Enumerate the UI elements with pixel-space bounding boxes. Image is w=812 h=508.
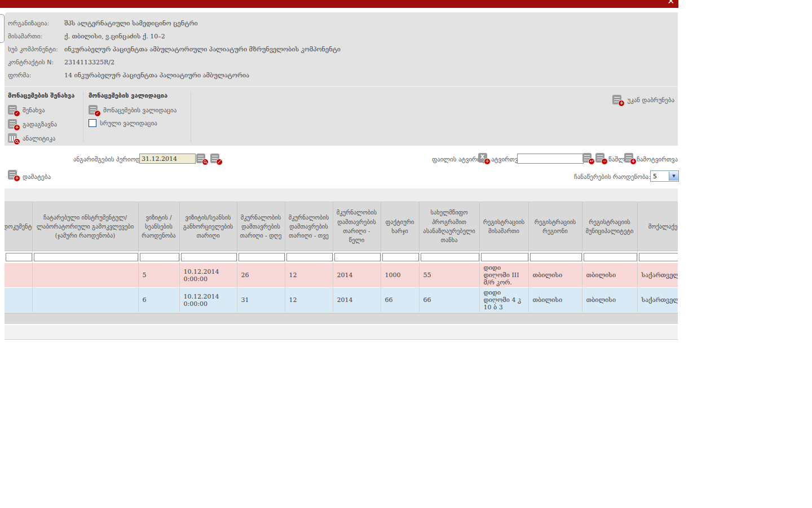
col-header-reg-municipality[interactable]: რეგისტრაციის მუნიციპალიტეტი [582, 202, 637, 251]
cell: 2014 [333, 263, 381, 288]
full-validation-option: სრული ვალიდაცია [89, 119, 189, 127]
table-row[interactable]: 6 10.12.2014 0:00:00 31 12 2014 66 66 დი… [5, 288, 678, 313]
column-filter-input[interactable] [6, 253, 32, 261]
period-search-icon[interactable] [196, 154, 208, 164]
validation-button[interactable]: ✓ მონაცემების ვალიდაცია [89, 105, 189, 115]
save-label: შენახვა [23, 107, 45, 114]
save-icon: ✓ [8, 105, 19, 115]
column-filter-row [5, 251, 678, 264]
col-header-state-amount[interactable]: სახელმწიფო პროგრამით ასანაზღაურებელი თან… [419, 202, 479, 251]
col-header-document-n[interactable]: სამედიცინო დოკუმენტის N [5, 202, 32, 251]
upload-label[interactable]: ატვირთვა [491, 156, 521, 163]
records-count-select[interactable]: 5 ▼ [650, 170, 679, 182]
info-row-contract-n: კონტრაქტის N: 2314113325R/2 [5, 58, 678, 71]
filter-cell [32, 251, 138, 264]
table-row[interactable]: 5 10.12.2014 0:00:00 26 12 2014 1000 55 … [5, 263, 678, 288]
panel-bottom-strip [5, 325, 678, 340]
cell: 6 [138, 288, 179, 313]
send-button[interactable]: + გადაგზავნა [8, 119, 81, 129]
column-filter-input[interactable] [382, 253, 419, 261]
col-header-actual-cost[interactable]: ფაქტიური ხარჯი [381, 202, 419, 251]
analytics-label: ანალიტიკა [23, 135, 55, 142]
info-row-organization: ორგანიზაცია: შპს ალტერნატიული სამედიცინო… [5, 19, 678, 32]
col-header-citizenship[interactable]: მოქალაქეობა [637, 202, 678, 251]
column-filter-input[interactable] [639, 253, 678, 261]
header-row: სამედიცინო დოკუმენტის N ჩატარებული ინსტრ… [5, 202, 678, 251]
excel-upload-icon[interactable]: + [478, 153, 489, 163]
side-panel-handle[interactable] [0, 14, 5, 43]
filter-cell [381, 251, 419, 264]
col-header-examinations[interactable]: ჩატარებული ინსტრუმენტულ/ლაბორატორიული გა… [32, 202, 138, 251]
column-filter-input[interactable] [239, 253, 285, 261]
close-icon[interactable]: ✕ [667, 0, 674, 6]
filter-cell [285, 251, 333, 264]
column-filter-input[interactable] [421, 253, 479, 261]
analytics-button[interactable]: ანალიტიკა [8, 133, 81, 143]
column-filter-input[interactable] [181, 253, 237, 261]
cell: 12 [285, 288, 333, 313]
filter-cell [637, 251, 678, 264]
filter-cell [479, 251, 528, 264]
column-filter-input[interactable] [286, 253, 333, 261]
column-filter-input[interactable] [140, 253, 179, 261]
filter-cell [528, 251, 582, 264]
divider [191, 91, 191, 142]
records-count-value: 5 [651, 173, 669, 180]
info-value: ინკურაბელურ პაციენტთა ამბულატორიული პალი… [64, 45, 341, 58]
back-icon: + [612, 95, 624, 105]
col-header-visit-count[interactable]: ვიზიტის /სეანსების რაოდენობა [138, 202, 179, 251]
validation-group: მონაცემების ვალიდაცია ✓ მონაცემების ვალი… [85, 90, 189, 144]
save-group: მონაცემების შენახვა ✓ შენახვა + გადაგზავ… [8, 90, 81, 144]
back-label: უკან დაბრუნება [627, 97, 674, 104]
divider [83, 91, 83, 142]
filter-cell [333, 251, 381, 264]
period-label: ანგარიშგების პერიოდი [73, 156, 144, 163]
records-count-label: ჩანაწერების რაოდენობა: [574, 173, 651, 181]
filter-cell [419, 251, 479, 264]
info-value: 2314113325R/2 [64, 58, 114, 71]
col-header-reg-address[interactable]: რეგისტრაციის მისამართი [479, 202, 528, 251]
period-clear-icon[interactable] [210, 154, 222, 164]
back-button[interactable]: + უკან დაბრუნება [612, 95, 674, 105]
cell: 26 [237, 263, 285, 288]
column-filter-input[interactable] [481, 253, 528, 261]
col-header-end-month[interactable]: მკურნალობის დამთავრების თარიღი - თვე [285, 202, 333, 251]
save-group-title: მონაცემების შენახვა [8, 90, 81, 103]
period-input[interactable] [139, 154, 196, 164]
column-filter-input[interactable] [34, 253, 138, 261]
filter-cell [179, 251, 237, 264]
undo-icon[interactable]: ↩ [582, 153, 594, 163]
info-label: მისამართი: [8, 32, 64, 45]
table-clip: სამედიცინო დოკუმენტის N ჩატარებული ინსტრ… [5, 202, 678, 313]
cell: 55 [419, 263, 479, 288]
file-name-input[interactable] [517, 154, 584, 164]
cell [5, 288, 32, 313]
cell: 2014 [333, 288, 381, 313]
filter-cell [582, 251, 637, 264]
col-header-visit-date[interactable]: ვიზიტის/სეანსის განხორციელების თარიღი [179, 202, 237, 251]
col-header-reg-region[interactable]: რეგისტრაციის რეგიონი [528, 202, 582, 251]
column-filter-input[interactable] [584, 253, 637, 261]
org-info: ორგანიზაცია: შპს ალტერნატიული სამედიცინო… [5, 12, 678, 84]
cell: 10.12.2014 0:00:00 [179, 263, 237, 288]
cell: 10.12.2014 0:00:00 [179, 288, 237, 313]
save-button[interactable]: ✓ შენახვა [8, 105, 81, 115]
cell: 5 [138, 263, 179, 288]
remove-icon[interactable]: − [595, 153, 607, 163]
download-label[interactable]: ჩამოტვირთვა [637, 156, 678, 163]
column-filter-input[interactable] [334, 253, 381, 261]
col-header-end-year[interactable]: მკურნალობის დამთავრების თარიღი - წელი [333, 202, 381, 251]
download-icon[interactable]: + [624, 153, 636, 163]
col-header-end-day[interactable]: მკურნალობის დამთავრების თარიღი - დღე [237, 202, 285, 251]
add-label[interactable]: დამატება [23, 173, 51, 181]
info-label: სუბ კომპონენტი: [8, 45, 64, 58]
column-filter-input[interactable] [530, 253, 582, 261]
send-icon: + [8, 119, 19, 129]
cell: საქართველო [637, 263, 678, 288]
cell: 31 [237, 288, 285, 313]
info-label: ორგანიზაცია: [8, 19, 64, 32]
page: ✕ ორგანიზაცია: შპს ალტერნატიული სამედიცი… [0, 0, 812, 508]
info-row-form: ფორმა: 14 ინკურაბელურ პაციენტთა პალიატიუ… [5, 71, 678, 84]
full-validation-checkbox[interactable] [89, 119, 96, 127]
add-icon[interactable]: + [8, 170, 19, 180]
